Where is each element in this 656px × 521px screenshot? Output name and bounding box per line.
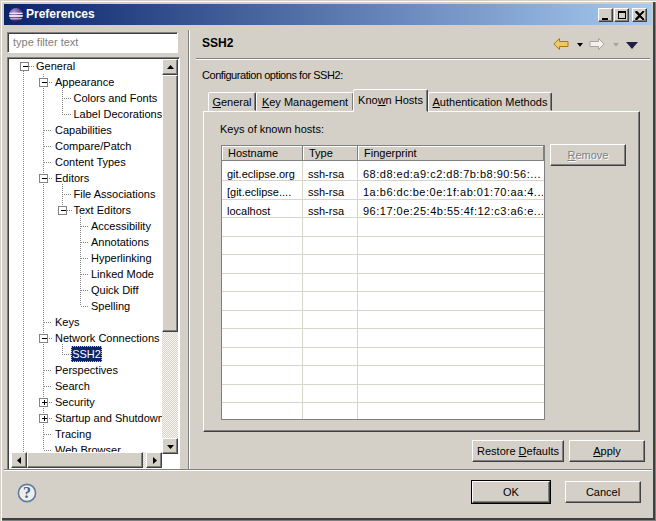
svg-text:?: ? (23, 484, 31, 501)
